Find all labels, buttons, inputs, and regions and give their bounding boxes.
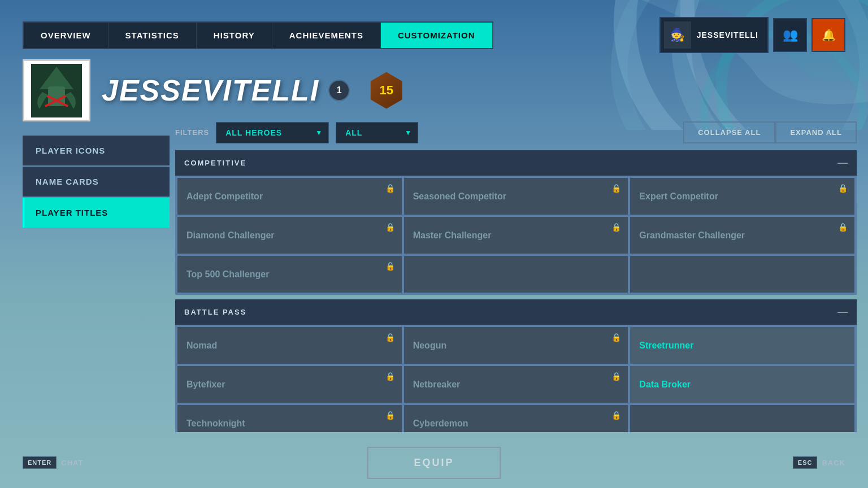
bottom-hint-right: ESC BACK	[793, 456, 845, 469]
competitive-section-toggle: —	[837, 157, 848, 169]
content-scroll-area[interactable]: COMPETITIVE — Adept Competitor 🔒 Seasone…	[175, 150, 857, 432]
profile-name: JESSEVITELLI	[102, 73, 319, 107]
title-card-label: Netbreaker	[413, 380, 461, 390]
lock-icon: 🔒	[611, 333, 621, 342]
lock-icon: 🔒	[385, 223, 395, 232]
competitive-section-title: COMPETITIVE	[184, 159, 246, 167]
sidebar-item-player-icons[interactable]: PLAYER ICONS	[23, 136, 170, 165]
sidebar-item-name-cards[interactable]: NAME CARDS	[23, 167, 170, 197]
tab-customization[interactable]: CUSTOMIZATION	[381, 23, 492, 48]
title-card-label: Adept Competitor	[186, 191, 263, 202]
title-card-label: Neogun	[413, 341, 447, 351]
title-card-label: Nomad	[186, 341, 217, 351]
list-item[interactable]: Data Broker	[630, 366, 854, 403]
battle-pass-section-toggle: —	[837, 306, 848, 318]
nav-tab-group: OVERVIEW STATISTICS HISTORY ACHIEVEMENTS…	[23, 21, 493, 49]
profile-avatar	[23, 59, 90, 121]
empty-cell	[404, 256, 628, 293]
title-card-label: Top 500 Challenger	[186, 269, 269, 280]
collapse-all-button[interactable]: COLLAPSE ALL	[683, 121, 775, 143]
list-item[interactable]: Neogun 🔒	[404, 327, 628, 364]
tab-overview[interactable]: OVERVIEW	[24, 23, 108, 48]
list-item[interactable]: Nomad 🔒	[177, 327, 402, 364]
bottom-hint-left: ENTER CHAT	[23, 456, 83, 469]
battle-pass-section: BATTLE PASS — Nomad 🔒 Neogun 🔒 Streetrun…	[175, 299, 857, 432]
lock-icon: 🔒	[838, 184, 848, 193]
title-card-label: Seasoned Competitor	[413, 191, 506, 202]
lock-icon: 🔒	[385, 262, 395, 271]
expand-all-button[interactable]: EXPAND ALL	[775, 121, 857, 143]
tab-history[interactable]: HISTORY	[197, 23, 272, 48]
battle-pass-section-header[interactable]: BATTLE PASS —	[175, 299, 857, 325]
title-card-label: Streetrunner	[639, 341, 693, 351]
list-item[interactable]: Grandmaster Challenger 🔒	[630, 217, 854, 254]
empty-cell	[630, 256, 854, 293]
battle-pass-section-grid: Nomad 🔒 Neogun 🔒 Streetrunner Bytefixer …	[175, 325, 857, 432]
lock-icon: 🔒	[838, 223, 848, 232]
list-item[interactable]: Streetrunner	[630, 327, 854, 364]
title-card-label: Diamond Challenger	[186, 230, 275, 241]
list-item[interactable]: Master Challenger 🔒	[404, 217, 628, 254]
filter-bar: FILTERS ALL HEROES SPECIFIC HERO ▼ ALL L…	[175, 121, 857, 143]
list-item[interactable]: Expert Competitor 🔒	[630, 178, 854, 215]
list-item[interactable]: Diamond Challenger 🔒	[177, 217, 402, 254]
esc-key-hint: ESC	[793, 456, 818, 469]
sidebar-item-player-titles[interactable]: PLAYER TITLES	[23, 198, 170, 228]
bottom-bar: ENTER CHAT EQUIP ESC BACK	[0, 437, 868, 488]
lock-icon: 🔒	[611, 184, 621, 193]
level-badge: 1	[328, 80, 350, 101]
lock-icon: 🔒	[385, 184, 395, 193]
competitive-section-header[interactable]: COMPETITIVE —	[175, 150, 857, 176]
player-badge: 🧙 JESSEVITELLI	[659, 17, 769, 53]
player-name-nav: JESSEVITELLI	[697, 30, 758, 40]
lock-icon: 🔒	[611, 223, 621, 232]
list-item[interactable]: Adept Competitor 🔒	[177, 178, 402, 215]
lock-icon: 🔒	[385, 333, 395, 342]
player-avatar-small: 🧙	[664, 21, 691, 49]
notification-icon-button[interactable]: 🔔	[811, 18, 845, 52]
lock-icon: 🔒	[611, 372, 621, 381]
battle-pass-section-title: BATTLE PASS	[184, 308, 246, 316]
list-item[interactable]: Technoknight 🔒	[177, 405, 402, 432]
chat-hint-text: CHAT	[61, 459, 83, 467]
lock-icon: 🔒	[385, 411, 395, 420]
rank-badge: 15	[368, 72, 405, 109]
lock-icon: 🔒	[385, 372, 395, 381]
enter-key-hint: ENTER	[23, 456, 57, 469]
collapse-expand-group: COLLAPSE ALL EXPAND ALL	[683, 121, 857, 143]
tab-achievements[interactable]: ACHIEVEMENTS	[272, 23, 381, 48]
main-content: FILTERS ALL HEROES SPECIFIC HERO ▼ ALL L…	[175, 121, 857, 432]
list-item[interactable]: Netbreaker 🔒	[404, 366, 628, 403]
list-item[interactable]: Seasoned Competitor 🔒	[404, 178, 628, 215]
sidebar: PLAYER ICONS NAME CARDS PLAYER TITLES	[23, 136, 170, 229]
top-navigation: OVERVIEW STATISTICS HISTORY ACHIEVEMENTS…	[23, 17, 845, 53]
title-card-label: Cyberdemon	[413, 419, 468, 429]
competitive-section: COMPETITIVE — Adept Competitor 🔒 Seasone…	[175, 150, 857, 295]
nav-right-area: 🧙 JESSEVITELLI 👥 🔔	[659, 17, 845, 53]
heroes-filter-select[interactable]: ALL HEROES SPECIFIC HERO	[216, 122, 329, 143]
competitive-section-grid: Adept Competitor 🔒 Seasoned Competitor 🔒…	[175, 176, 857, 295]
filter-label: FILTERS	[175, 128, 209, 137]
profile-name-area: JESSEVITELLI 1 15	[102, 72, 405, 109]
lock-icon: 🔒	[611, 411, 621, 420]
all-filter-select[interactable]: ALL LOCKED UNLOCKED	[336, 122, 418, 143]
title-card-label: Data Broker	[639, 380, 691, 390]
list-item[interactable]: Cyberdemon 🔒	[404, 405, 628, 432]
equip-button[interactable]: EQUIP	[367, 447, 500, 479]
title-card-label: Technoknight	[186, 419, 245, 429]
back-hint-text: BACK	[822, 459, 845, 467]
all-select-wrapper: ALL LOCKED UNLOCKED ▼	[336, 122, 418, 143]
title-card-label: Bytefixer	[186, 380, 225, 390]
tab-statistics[interactable]: STATISTICS	[108, 23, 197, 48]
heroes-select-wrapper: ALL HEROES SPECIFIC HERO ▼	[216, 122, 329, 143]
list-item[interactable]: Top 500 Challenger 🔒	[177, 256, 402, 293]
list-item[interactable]: Bytefixer 🔒	[177, 366, 402, 403]
social-icon-button[interactable]: 👥	[773, 18, 807, 52]
title-card-label: Expert Competitor	[639, 191, 718, 202]
title-card-label: Master Challenger	[413, 230, 492, 241]
empty-cell	[630, 405, 854, 432]
profile-header: JESSEVITELLI 1 15	[23, 59, 405, 121]
title-card-label: Grandmaster Challenger	[639, 230, 745, 241]
